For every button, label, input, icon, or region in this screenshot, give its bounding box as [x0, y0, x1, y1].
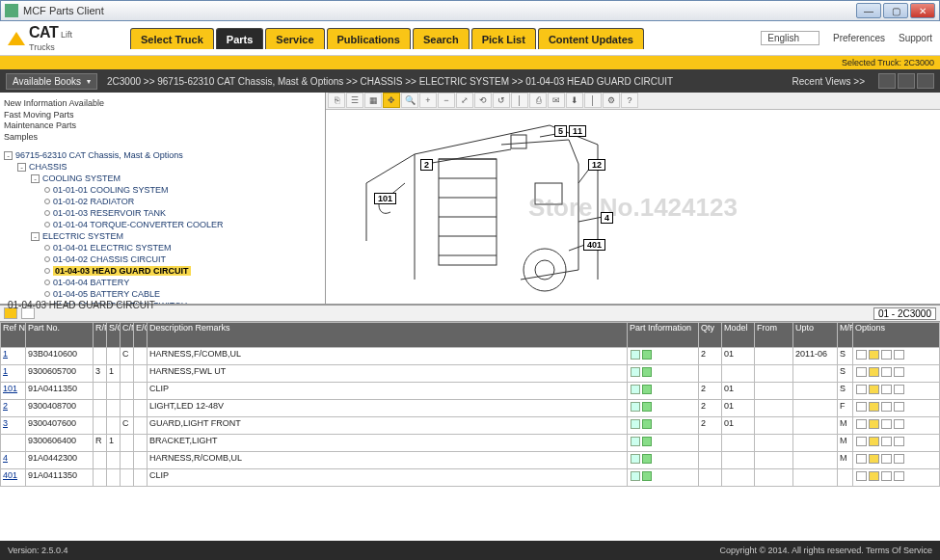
tree-node[interactable]: 01-01-03 RESERVOIR TANK: [4, 207, 321, 219]
collapse-icon[interactable]: -: [17, 163, 26, 172]
opt-box[interactable]: [881, 385, 892, 394]
cell[interactable]: [853, 400, 940, 417]
cell[interactable]: [628, 469, 699, 487]
tab-publications[interactable]: Publications: [327, 28, 411, 49]
tree-node[interactable]: 01-01-04 TORQUE-CONVERTER COOLER: [4, 219, 321, 230]
view-split-icon[interactable]: [898, 73, 915, 89]
opt-box[interactable]: [881, 471, 892, 481]
tab-service[interactable]: Service: [265, 28, 324, 49]
viewer-tool-9[interactable]: ↺: [493, 93, 510, 108]
cell[interactable]: 2: [1, 400, 26, 417]
table-row[interactable]: 193B0410600CHARNESS,F/COMB,UL2012011-06S: [1, 348, 940, 365]
opt-box[interactable]: [856, 385, 867, 394]
info-link[interactable]: New Information Available: [4, 98, 321, 110]
opt-box[interactable]: [856, 454, 867, 464]
opt-box[interactable]: [869, 419, 879, 429]
cell[interactable]: [853, 435, 940, 452]
viewer-tool-14[interactable]: │: [584, 93, 602, 108]
cell[interactable]: [628, 435, 699, 452]
col-header[interactable]: R/P: [94, 323, 107, 348]
tab-parts[interactable]: Parts: [216, 28, 264, 49]
opt-box[interactable]: [856, 367, 867, 377]
viewer-tool-10[interactable]: │: [511, 93, 528, 108]
cell[interactable]: [853, 383, 940, 400]
tab-content-updates[interactable]: Content Updates: [538, 28, 644, 49]
cell[interactable]: [853, 348, 940, 365]
col-header[interactable]: Description Remarks: [148, 323, 628, 348]
preferences-link[interactable]: Preferences: [833, 33, 885, 43]
cell[interactable]: [853, 417, 940, 435]
close-button[interactable]: ✕: [910, 3, 935, 18]
tree-node[interactable]: 01-01-01 COOLING SYSTEM: [4, 184, 321, 196]
cell[interactable]: 1: [1, 365, 26, 383]
minimize-button[interactable]: —: [856, 3, 881, 18]
opt-box[interactable]: [869, 437, 879, 446]
viewer-tool-1[interactable]: ☰: [346, 93, 363, 108]
tree-node[interactable]: 01-04-02 CHASSIS CIRCUIT: [4, 253, 321, 265]
viewer-tool-16[interactable]: ?: [621, 93, 638, 108]
viewer-tool-4[interactable]: 🔍: [401, 93, 418, 108]
cell[interactable]: [853, 452, 940, 469]
cell[interactable]: [628, 383, 699, 400]
price-icon[interactable]: [642, 471, 652, 481]
col-header[interactable]: E/G: [134, 323, 148, 348]
callout-11[interactable]: 11: [569, 125, 586, 137]
col-header[interactable]: C/N: [121, 323, 134, 348]
opt-box[interactable]: [869, 471, 879, 481]
opt-box[interactable]: [894, 419, 904, 429]
tree-node[interactable]: 01-04-01 ELECTRIC SYSTEM: [4, 242, 321, 253]
table-row[interactable]: 10191A0411350CLIP201S: [1, 383, 940, 400]
opt-box[interactable]: [894, 437, 904, 446]
viewer-tool-8[interactable]: ⟲: [474, 93, 492, 108]
price-icon[interactable]: [642, 350, 652, 360]
viewer-tool-13[interactable]: ⬇: [566, 93, 583, 108]
tab-pick-list[interactable]: Pick List: [471, 28, 536, 49]
opt-box[interactable]: [869, 367, 879, 377]
viewer-tool-5[interactable]: +: [419, 93, 437, 108]
opt-box[interactable]: [869, 385, 879, 394]
col-header[interactable]: Model: [722, 323, 755, 348]
tree-node[interactable]: -96715-62310 CAT Chassis, Mast & Options: [4, 149, 321, 161]
doc-icon[interactable]: [631, 350, 640, 360]
opt-box[interactable]: [881, 367, 892, 377]
table-row[interactable]: 1930060570031HARNESS,FWL UTS: [1, 365, 940, 383]
cell[interactable]: [628, 452, 699, 469]
opt-box[interactable]: [881, 402, 892, 412]
callout-4[interactable]: 4: [601, 212, 613, 224]
collapse-icon[interactable]: -: [31, 174, 40, 183]
model-selector[interactable]: 01 - 2C3000: [873, 307, 936, 320]
opt-box[interactable]: [881, 350, 892, 360]
col-header[interactable]: Options: [853, 323, 940, 348]
doc-icon[interactable]: [631, 367, 640, 377]
doc-icon[interactable]: [631, 471, 640, 481]
cell[interactable]: [853, 469, 940, 487]
table-row[interactable]: 9300606400R1BRACKET,LIGHTM: [1, 435, 940, 452]
callout-401[interactable]: 401: [583, 239, 605, 251]
tree-node[interactable]: -CHASSIS: [4, 161, 321, 173]
tree-node[interactable]: 01-04-03 HEAD GUARD CIRCUIT: [4, 265, 321, 277]
price-icon[interactable]: [642, 419, 652, 429]
price-icon[interactable]: [642, 454, 652, 464]
available-books-button[interactable]: Available Books: [6, 73, 97, 90]
price-icon[interactable]: [642, 437, 652, 446]
cell[interactable]: 4: [1, 452, 26, 469]
col-header[interactable]: S/O: [107, 323, 121, 348]
tab-search[interactable]: Search: [413, 28, 470, 49]
opt-box[interactable]: [869, 350, 879, 360]
collapse-icon[interactable]: -: [4, 151, 13, 160]
tree-node[interactable]: 01-04-05 BATTERY CABLE: [4, 288, 321, 300]
opt-box[interactable]: [869, 454, 879, 464]
viewer-tool-12[interactable]: ✉: [548, 93, 565, 108]
opt-box[interactable]: [856, 471, 867, 481]
cell[interactable]: 1: [1, 348, 26, 365]
cell[interactable]: 101: [1, 383, 26, 400]
table-row[interactable]: 29300408700LIGHT,LED 12-48V201F: [1, 400, 940, 417]
opt-box[interactable]: [856, 419, 867, 429]
price-icon[interactable]: [642, 402, 652, 412]
parts-tree[interactable]: -96715-62310 CAT Chassis, Mast & Options…: [4, 149, 321, 304]
col-header[interactable]: From: [755, 323, 793, 348]
parts-table-wrap[interactable]: Ref No.Part No.R/PS/OC/NE/GDescription R…: [0, 322, 940, 541]
cell[interactable]: 401: [1, 469, 26, 487]
support-link[interactable]: Support: [899, 33, 932, 43]
recent-views-link[interactable]: Recent Views >>: [792, 76, 865, 87]
